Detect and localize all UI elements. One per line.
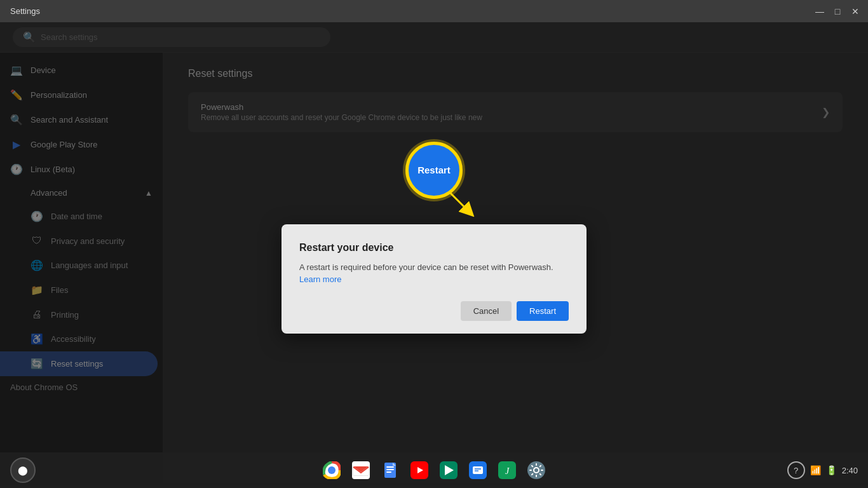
svg-rect-8: [386, 466, 394, 468]
dialog-overlay: Restart Restart your device A restart is…: [0, 22, 868, 452]
system-tray: ? 📶 🔋 2:40: [787, 461, 858, 479]
help-icon[interactable]: ?: [787, 461, 805, 479]
dialog-title: Restart your device: [299, 242, 569, 254]
battery-icon: 🔋: [826, 465, 837, 475]
taskbar-settings-icon[interactable]: [524, 458, 549, 483]
restart-dialog: Restart your device A restart is require…: [281, 224, 587, 334]
learn-more-link[interactable]: Learn more: [299, 274, 341, 284]
title-bar: Settings — □ ✕: [0, 0, 868, 22]
taskbar: ⬤: [0, 452, 868, 488]
close-button[interactable]: ✕: [849, 5, 862, 18]
taskbar-icons: J: [319, 458, 549, 483]
taskbar-gmail-icon[interactable]: [348, 458, 374, 483]
maximize-button[interactable]: □: [831, 5, 844, 18]
svg-rect-9: [386, 469, 394, 470]
dialog-body-text: A restart is required before your device…: [299, 262, 553, 272]
clock: 2:40: [842, 466, 858, 475]
taskbar-youtube-icon[interactable]: [407, 458, 432, 483]
svg-point-4: [329, 468, 335, 473]
taskbar-chrome-icon[interactable]: [319, 458, 344, 483]
taskbar-cursive-icon[interactable]: J: [494, 458, 520, 483]
wifi-icon: 📶: [810, 465, 821, 475]
svg-rect-16: [473, 466, 483, 474]
svg-rect-10: [386, 471, 391, 473]
annotation-restart-label: Restart: [417, 165, 451, 175]
app-title: Settings: [6, 6, 40, 16]
restart-button[interactable]: Restart: [517, 301, 569, 321]
dialog-body: A restart is required before your device…: [299, 261, 569, 286]
cancel-button[interactable]: Cancel: [461, 301, 512, 321]
taskbar-launcher[interactable]: ⬤: [10, 458, 36, 483]
svg-text:J: J: [505, 466, 510, 476]
annotation-restart-circle: Restart: [405, 142, 463, 199]
taskbar-messages-icon[interactable]: [465, 458, 491, 483]
taskbar-play-icon[interactable]: [436, 458, 461, 483]
taskbar-docs-icon[interactable]: [377, 458, 403, 483]
minimize-button[interactable]: —: [813, 5, 826, 18]
launcher-icon: ⬤: [18, 465, 28, 475]
dialog-actions: Cancel Restart: [299, 301, 569, 321]
window-controls: — □ ✕: [813, 5, 862, 18]
